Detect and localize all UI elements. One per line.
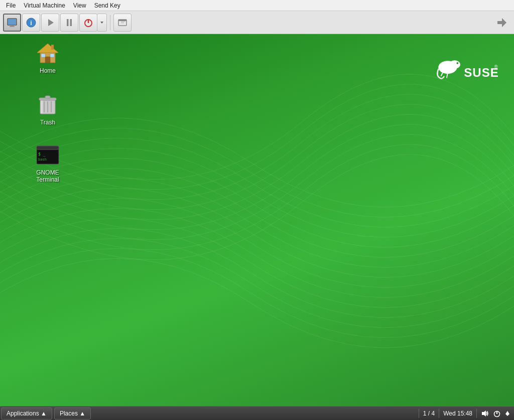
vm-display-button[interactable]: [3, 14, 21, 32]
svg-rect-39: [37, 146, 59, 150]
volume-button[interactable]: [481, 409, 489, 417]
menu-bar: File Virtual Machine View Send Key: [0, 0, 514, 11]
svg-marker-11: [100, 22, 103, 24]
vm-power-button[interactable]: [79, 14, 97, 32]
home-icon-image: [36, 41, 60, 65]
vm-info-button[interactable]: i: [22, 14, 40, 32]
home-desktop-icon[interactable]: Home: [28, 39, 68, 76]
desktop: .wave { fill: none; stroke: rgba(255,255…: [0, 34, 514, 406]
taskbar-divider-3: [476, 409, 477, 418]
svg-rect-27: [45, 57, 50, 63]
clock-display[interactable]: Wed 15:48: [443, 410, 472, 417]
svg-rect-30: [51, 45, 54, 50]
svg-rect-33: [45, 96, 50, 98]
menu-view[interactable]: View: [69, 1, 90, 10]
svg-rect-7: [67, 19, 69, 26]
taskbar-divider-2: [439, 409, 439, 418]
svg-text:i: i: [30, 20, 32, 27]
menu-send-key[interactable]: Send Key: [90, 1, 124, 10]
svg-marker-16: [497, 18, 506, 27]
vm-power-dropdown[interactable]: [97, 14, 107, 32]
vm-pause-button[interactable]: [60, 14, 78, 32]
vm-play-button[interactable]: [41, 14, 59, 32]
menu-virtual-machine[interactable]: Virtual Machine: [20, 1, 69, 10]
svg-rect-8: [70, 19, 72, 26]
power-status-button[interactable]: [493, 409, 501, 417]
svg-marker-42: [482, 410, 486, 416]
taskbar-right: 1 / 4 Wed 15:48: [419, 409, 514, 418]
terminal-icon-label: GNOME Terminal: [30, 169, 66, 184]
notification-arrow[interactable]: [505, 410, 510, 417]
toolbar: i: [0, 11, 514, 34]
svg-rect-13: [118, 20, 126, 21]
svg-text:$ _: $ _: [38, 152, 46, 157]
svg-rect-15: [121, 23, 124, 23]
applications-menu-button[interactable]: Applications ▲: [1, 407, 52, 419]
workspace-indicator[interactable]: 1 / 4: [423, 410, 435, 417]
svg-text:®: ®: [494, 64, 498, 69]
trash-icon-image: [36, 93, 60, 117]
svg-rect-1: [8, 19, 16, 25]
taskbar-divider-1: [419, 409, 419, 418]
svg-text:SUSE: SUSE: [464, 66, 498, 79]
vm-resize-right-button[interactable]: [493, 14, 511, 32]
svg-line-21: [441, 72, 443, 75]
trash-icon-label: Trash: [40, 119, 55, 126]
svg-rect-37: [41, 100, 43, 113]
terminal-desktop-icon[interactable]: $ _ bash GNOME Terminal: [28, 141, 68, 186]
taskbar: Applications ▲ Places ▲ 1 / 4 Wed 15:48: [0, 406, 514, 420]
svg-point-20: [457, 62, 459, 64]
terminal-icon-image: $ _ bash: [36, 143, 60, 167]
svg-text:bash: bash: [38, 158, 47, 162]
desktop-wave: .wave { fill: none; stroke: rgba(255,255…: [0, 34, 514, 406]
places-menu-button[interactable]: Places ▲: [54, 407, 91, 419]
vm-unity-button[interactable]: [113, 14, 132, 32]
svg-rect-2: [11, 25, 14, 26]
svg-point-18: [449, 60, 460, 69]
svg-marker-6: [48, 19, 54, 26]
svg-rect-14: [121, 21, 125, 22]
suse-logo: SUSE ®: [434, 54, 499, 89]
svg-rect-29: [50, 54, 54, 57]
places-label: Places ▲: [60, 410, 85, 417]
svg-rect-28: [41, 54, 45, 57]
svg-marker-26: [37, 44, 58, 53]
svg-marker-45: [505, 411, 509, 416]
svg-rect-3: [10, 26, 15, 27]
trash-desktop-icon[interactable]: Trash: [28, 91, 68, 128]
applications-label: Applications ▲: [7, 410, 47, 417]
home-icon-label: Home: [40, 67, 56, 74]
menu-file[interactable]: File: [2, 1, 20, 10]
